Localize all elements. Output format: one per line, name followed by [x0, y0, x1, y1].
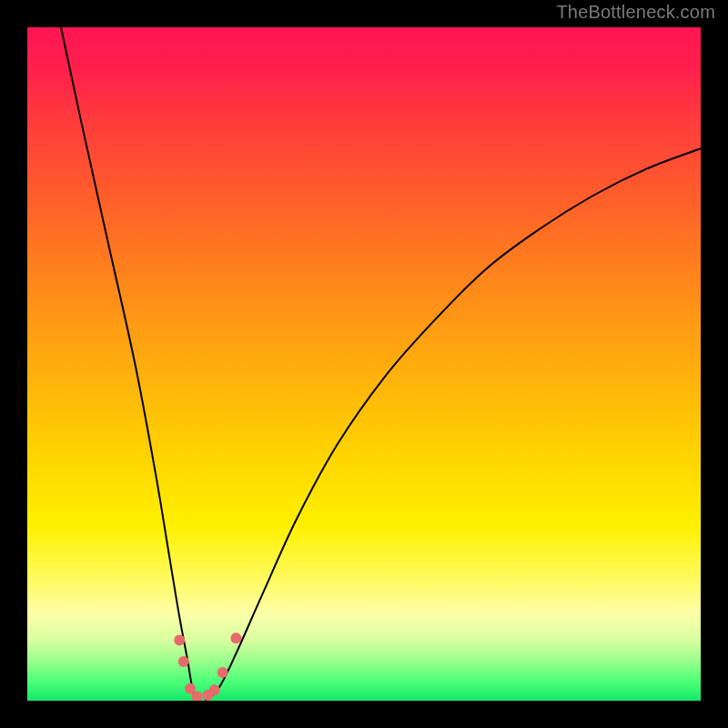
chart-frame: TheBottleneck.com — [0, 0, 728, 728]
curve-marker — [209, 684, 220, 695]
bottleneck-curve — [61, 27, 701, 701]
curve-marker — [217, 667, 228, 678]
curve-svg — [27, 27, 701, 701]
curve-marker — [174, 634, 185, 645]
watermark-text: TheBottleneck.com — [556, 2, 715, 23]
curve-marker — [230, 632, 241, 643]
plot-area — [27, 27, 701, 701]
curve-marker — [178, 656, 189, 667]
curve-markers — [174, 632, 241, 701]
